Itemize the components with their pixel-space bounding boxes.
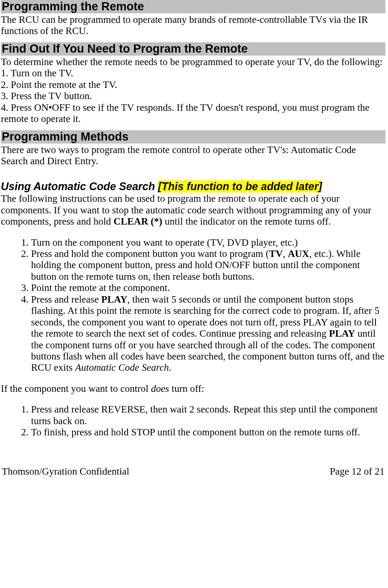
paragraph-auto-instructions: The following instructions can be used t… [1,193,385,227]
text-bold-aux: AUX [288,248,309,259]
list-item: Press and release REVERSE, then wait 2 s… [31,404,385,427]
paragraph-methods: There are two ways to program the remote… [1,144,385,167]
subheading-highlight: [This function to be added later] [158,180,322,192]
step-2: 2. Point the remote at the TV. [1,79,385,91]
paragraph-intro: The RCU can be programmed to operate man… [1,14,385,37]
paragraph-determine: To determine whether the remote needs to… [1,56,385,68]
page-footer: Thomson/Gyration Confidential Page 12 of… [1,466,385,477]
list-item: To finish, press and hold STOP until the… [31,427,385,438]
text-italic-does: does [151,383,169,394]
step-1: 1. Turn on the TV. [1,68,385,79]
paragraph-does-turnoff: If the component you want to control doe… [1,383,385,394]
text: Press and hold the component button you … [31,248,269,259]
subheading-auto-code-search: Using Automatic Code Search [This functi… [1,180,385,193]
list-item: Press and release PLAY, then wait 5 seco… [31,294,385,374]
text: , [283,248,288,259]
heading-programming-methods: Programming Methods [1,130,385,144]
text-bold-tv: TV [269,248,283,259]
heading-find-out: Find Out If You Need to Program the Remo… [1,42,385,56]
text: until the indicator on the remote turns … [162,216,331,227]
footer-right: Page 12 of 21 [330,466,385,477]
text: Press and release [31,294,101,305]
text: If the component you want to control [1,383,151,394]
heading-programming-remote: Programming the Remote [1,0,385,13]
list-item: Point the remote at the component. [31,282,385,294]
text-bold-play: PLAY [101,294,128,305]
text: . [169,362,172,373]
step-3: 3. Press the TV button. [1,91,385,102]
text-bold-clear: CLEAR (*) [113,216,162,227]
ordered-list-turnoff: Press and release REVERSE, then wait 2 s… [1,404,385,438]
step-4: 4. Press ON•OFF to see if the TV respond… [1,102,385,125]
text-bold-play: PLAY [329,328,355,339]
text: turn off: [169,383,204,394]
ordered-list-auto: Turn on the component you want to operat… [1,237,385,374]
subheading-text: Using Automatic Code Search [1,180,158,192]
list-item: Press and hold the component button you … [31,248,385,282]
footer-left: Thomson/Gyration Confidential [2,466,129,477]
list-item: Turn on the component you want to operat… [31,237,385,248]
text-italic-acs: Automatic Code Search [75,362,169,373]
